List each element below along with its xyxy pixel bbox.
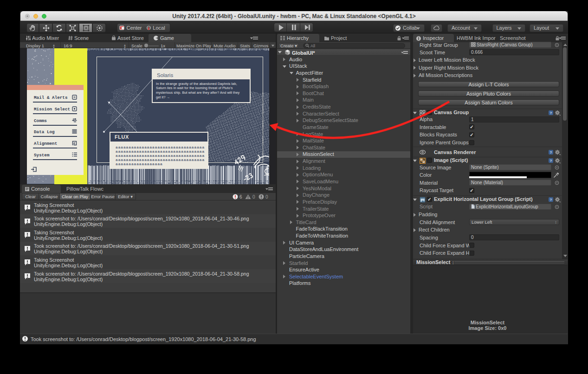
svg-text:?: ? — [550, 159, 552, 163]
svg-text:?: ? — [550, 150, 552, 155]
svg-text:?: ? — [550, 198, 552, 202]
svg-text:?: ? — [550, 111, 552, 115]
